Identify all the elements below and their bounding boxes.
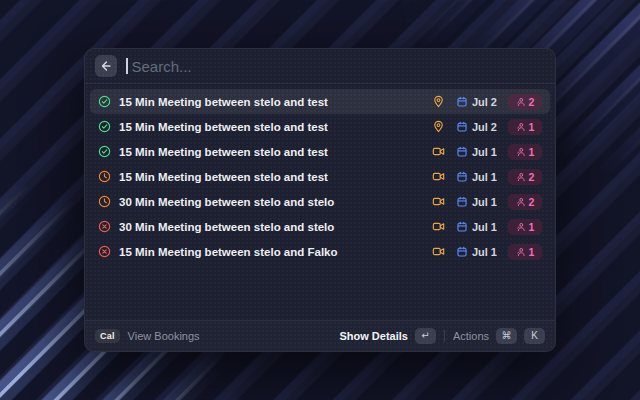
footer-right: Show Details ↵ Actions ⌘ K	[339, 328, 545, 344]
video-icon	[432, 220, 445, 233]
booking-meta: Jul 1 2	[432, 194, 542, 210]
attendee-icon	[516, 147, 526, 157]
date-chip: Jul 1	[456, 146, 497, 158]
enter-key[interactable]: ↵	[415, 328, 436, 344]
booking-title: 15 Min Meeting between stelo and test	[119, 171, 424, 183]
booking-title: 15 Min Meeting between stelo and test	[119, 96, 424, 108]
attendee-badge: 2	[508, 169, 542, 185]
attendee-badge: 2	[508, 194, 542, 210]
booking-date: Jul 2	[472, 121, 497, 133]
booking-date: Jul 1	[472, 171, 497, 183]
booking-meta: Jul 2 2	[432, 94, 542, 110]
footer-bar: Cal View Bookings Show Details ↵ Actions…	[85, 320, 555, 351]
bookings-list: 15 Min Meeting between stelo and test Ju…	[85, 84, 555, 320]
attendee-count: 1	[529, 146, 535, 158]
k-key[interactable]: K	[524, 328, 545, 344]
calendar-icon	[456, 121, 468, 133]
map-pin-icon	[432, 95, 445, 108]
attendee-badge: 1	[508, 119, 542, 135]
check-circle-icon	[98, 95, 111, 108]
booking-row[interactable]: 15 Min Meeting between stelo and test Ju…	[90, 139, 550, 164]
booking-meta: Jul 1 1	[432, 144, 542, 160]
x-circle-icon	[98, 220, 111, 233]
video-icon	[432, 245, 445, 258]
cal-logo: Cal	[95, 329, 120, 343]
calendar-icon	[456, 146, 468, 158]
video-icon	[432, 145, 445, 158]
booking-date: Jul 1	[472, 146, 497, 158]
arrow-left-icon	[99, 59, 113, 73]
attendee-icon	[516, 197, 526, 207]
booking-meta: Jul 1 2	[432, 169, 542, 185]
text-caret	[126, 58, 128, 74]
calendar-icon	[456, 221, 468, 233]
calendar-icon	[456, 171, 468, 183]
booking-row[interactable]: 15 Min Meeting between stelo and test Ju…	[90, 89, 550, 114]
map-pin-icon	[432, 120, 445, 133]
attendee-count: 2	[529, 196, 535, 208]
command-palette-dialog: 15 Min Meeting between stelo and test Ju…	[84, 48, 556, 352]
booking-row[interactable]: 15 Min Meeting between stelo and test Ju…	[90, 114, 550, 139]
booking-date: Jul 1	[472, 221, 497, 233]
view-bookings-label[interactable]: View Bookings	[128, 330, 200, 342]
booking-title: 15 Min Meeting between stelo and test	[119, 146, 424, 158]
booking-title: 30 Min Meeting between stelo and stelo	[119, 221, 424, 233]
date-chip: Jul 2	[456, 96, 497, 108]
footer-divider	[444, 330, 445, 342]
date-chip: Jul 1	[456, 221, 497, 233]
clock-icon	[98, 170, 111, 183]
actions-label[interactable]: Actions	[453, 330, 489, 342]
booking-date: Jul 1	[472, 246, 497, 258]
booking-meta: Jul 2 1	[432, 119, 542, 135]
attendee-count: 1	[529, 221, 535, 233]
attendee-icon	[516, 172, 526, 182]
clock-icon	[98, 195, 111, 208]
attendee-icon	[516, 222, 526, 232]
x-circle-icon	[98, 245, 111, 258]
check-circle-icon	[98, 145, 111, 158]
attendee-count: 1	[529, 121, 535, 133]
back-button[interactable]	[95, 55, 117, 77]
date-chip: Jul 2	[456, 121, 497, 133]
attendee-badge: 1	[508, 219, 542, 235]
date-chip: Jul 1	[456, 171, 497, 183]
booking-meta: Jul 1 1	[432, 244, 542, 260]
attendee-badge: 2	[508, 94, 542, 110]
attendee-icon	[516, 97, 526, 107]
attendee-count: 1	[529, 246, 535, 258]
attendee-count: 2	[529, 171, 535, 183]
booking-row[interactable]: 30 Min Meeting between stelo and stelo J…	[90, 214, 550, 239]
search-input[interactable]	[132, 58, 546, 75]
attendee-badge: 1	[508, 144, 542, 160]
search-bar	[85, 49, 555, 84]
booking-row[interactable]: 15 Min Meeting between stelo and test Ju…	[90, 164, 550, 189]
calendar-icon	[456, 196, 468, 208]
date-chip: Jul 1	[456, 196, 497, 208]
check-circle-icon	[98, 120, 111, 133]
date-chip: Jul 1	[456, 246, 497, 258]
booking-meta: Jul 1 1	[432, 219, 542, 235]
cmd-key[interactable]: ⌘	[496, 328, 517, 344]
booking-title: 15 Min Meeting between stelo and Falko	[119, 246, 424, 258]
booking-date: Jul 2	[472, 96, 497, 108]
video-icon	[432, 195, 445, 208]
booking-row[interactable]: 30 Min Meeting between stelo and stelo J…	[90, 189, 550, 214]
attendee-icon	[516, 247, 526, 257]
booking-row[interactable]: 15 Min Meeting between stelo and Falko J…	[90, 239, 550, 264]
footer-left: Cal View Bookings	[95, 329, 200, 343]
booking-date: Jul 1	[472, 196, 497, 208]
booking-title: 15 Min Meeting between stelo and test	[119, 121, 424, 133]
calendar-icon	[456, 96, 468, 108]
attendee-count: 2	[529, 96, 535, 108]
show-details-label[interactable]: Show Details	[339, 330, 407, 342]
attendee-icon	[516, 122, 526, 132]
attendee-badge: 1	[508, 244, 542, 260]
calendar-icon	[456, 246, 468, 258]
video-icon	[432, 170, 445, 183]
booking-title: 30 Min Meeting between stelo and stelo	[119, 196, 424, 208]
